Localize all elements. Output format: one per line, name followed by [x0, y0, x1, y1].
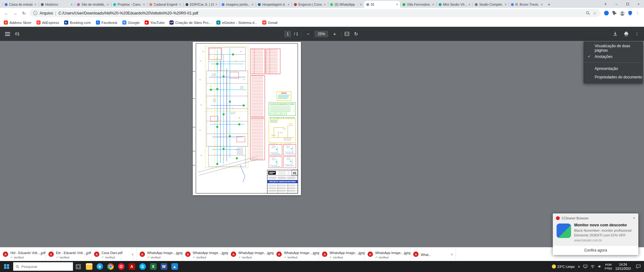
search-icon[interactable] — [586, 11, 590, 15]
browser-tab[interactable]: Caixa de entrad... × — [3, 1, 39, 8]
download-item[interactable]: A WhatsApp Image....jpeg ✓ Verified ∧ — [228, 247, 274, 261]
browser-tab[interactable]: Site de imobiliá... × — [75, 1, 111, 8]
download-menu-chevron[interactable]: ∧ — [86, 253, 88, 256]
tab-close-icon[interactable]: × — [143, 3, 145, 6]
pdf-sidebar-menu-icon[interactable] — [5, 32, 10, 36]
browser-tab[interactable]: (5) WhatsApp × — [328, 1, 364, 8]
browser-tab[interactable]: Cadaval Engenh... × — [147, 1, 183, 8]
taskbar-app-icon[interactable]: ▲ — [169, 261, 180, 272]
taskbar-app-icon[interactable] — [84, 261, 94, 272]
download-item[interactable]: A Hid - Eduardo Volt....pdf ✓ Verified ∧ — [0, 247, 46, 261]
browser-tab[interactable]: EDIFICar Jr. | 16... × — [183, 1, 219, 8]
download-menu-chevron[interactable]: ∧ — [177, 253, 179, 256]
zoom-in-button[interactable]: + — [331, 31, 338, 37]
pdf-more-options-icon[interactable]: ⋮ — [635, 31, 639, 36]
download-item[interactable]: A Casa Dani.pdf ✓ Verified ∧ — [91, 247, 137, 261]
browser-tab[interactable]: Studio Complet... × — [473, 1, 509, 8]
tab-close-icon[interactable]: × — [360, 3, 362, 6]
bookmark-star-icon[interactable]: ☆ — [593, 11, 597, 15]
taskbar-app-icon[interactable]: S — [137, 261, 148, 272]
download-menu-chevron[interactable]: ∧ — [131, 253, 134, 256]
browser-tab[interactable]: R. Bruno Trevis... × — [509, 1, 545, 8]
ad-cta-button[interactable]: Confira agora — [553, 245, 638, 255]
taskbar-app-icon[interactable]: A — [126, 261, 137, 272]
browser-tab[interactable]: Projetos - Canv... × — [111, 1, 147, 8]
tab-close-icon[interactable]: × — [541, 3, 543, 6]
reload-button[interactable]: ↻ — [21, 11, 27, 16]
volume-icon[interactable] — [598, 265, 602, 268]
menu-item[interactable]: Apresentação — [584, 64, 642, 73]
browser-tab[interactable]: Villa Ferroviário... × — [400, 1, 436, 8]
zoom-level-input[interactable]: 25% — [315, 31, 328, 37]
menu-item[interactable]: Propriedades do documento — [584, 73, 642, 81]
download-menu-chevron[interactable]: ∧ — [359, 253, 362, 256]
browser-tab[interactable]: imagens perito... × — [219, 1, 256, 8]
taskbar-app-icon[interactable] — [105, 261, 116, 272]
menu-item[interactable]: ✓ Anotações — [584, 52, 642, 61]
page-info-icon[interactable]: i — [33, 11, 37, 15]
start-button[interactable] — [0, 261, 13, 272]
tab-close-icon[interactable]: × — [71, 3, 73, 6]
download-item[interactable]: A WhatsApp Image....jpeg ✓ Verified ∧ — [137, 247, 182, 261]
browser-tab[interactable]: Mini Studio VII... × — [436, 1, 473, 8]
page-number-input[interactable]: 1 — [285, 31, 291, 37]
download-item[interactable]: A WhatsApp Image....jpeg ✓ Verified ∧ — [365, 247, 410, 261]
task-view-button[interactable] — [73, 261, 84, 272]
wifi-icon[interactable] — [591, 265, 595, 268]
bookmark-item[interactable]: e eGestor - Sistema d... — [216, 20, 257, 25]
address-bar[interactable]: i Arquivo | C:/Users/User/Downloads/Hid%… — [30, 9, 600, 17]
download-menu-chevron[interactable]: ∧ — [314, 253, 316, 256]
tab-close-icon[interactable]: × — [288, 3, 290, 6]
tab-close-icon[interactable]: × — [179, 3, 181, 6]
extension-icon[interactable] — [604, 11, 609, 15]
browser-tab[interactable]: Hospedagem d... × — [256, 1, 292, 8]
fit-to-page-button[interactable] — [345, 31, 349, 36]
minimize-button[interactable]: – — [611, 0, 622, 8]
tab-close-icon[interactable]: × — [107, 3, 109, 6]
back-button[interactable]: ← — [3, 11, 9, 16]
bookmark-item[interactable]: f Facebook — [96, 20, 118, 25]
tab-close-icon[interactable]: × — [324, 3, 326, 6]
tab-close-icon[interactable]: × — [432, 3, 434, 6]
download-menu-chevron[interactable]: ∧ — [268, 253, 270, 256]
weather-widget[interactable]: 23°C Limpo — [552, 264, 575, 269]
download-item[interactable]: A Ele - Eduardo Volt....pdf ✓ Verified ∧ — [46, 247, 91, 261]
clock[interactable]: 14:24 13/11/2023 — [615, 263, 631, 271]
browser-menu-icon[interactable]: ⋮ — [636, 11, 640, 15]
close-button[interactable]: × — [633, 0, 644, 8]
notification-close-icon[interactable]: × — [633, 216, 635, 220]
browser-tab[interactable]: Histórico × — [39, 1, 75, 8]
bookmark-item[interactable]: G Google — [122, 20, 140, 25]
tab-close-icon[interactable]: × — [505, 3, 507, 6]
download-item[interactable]: A WhatsApp Image....jpeg ✓ Verified ∧ — [274, 247, 319, 261]
bookmark-item[interactable]: B. Booking.com — [64, 20, 91, 25]
download-menu-chevron[interactable]: ∧ — [223, 253, 225, 256]
extensions-puzzle-icon[interactable] — [612, 11, 617, 15]
taskbar-search[interactable] — [13, 262, 73, 271]
bookmark-item[interactable]: M Gmail — [262, 20, 277, 25]
hidden-icons-chevron[interactable]: ∧ — [578, 265, 580, 268]
taskbar-app-icon[interactable]: O — [116, 261, 126, 272]
browser-tab[interactable]: Engecon | Cons... × — [292, 1, 328, 8]
tab-close-icon[interactable]: × — [35, 3, 36, 6]
rotate-button[interactable]: ↻ — [353, 31, 359, 37]
tab-close-icon[interactable]: × — [396, 3, 398, 6]
download-menu-chevron[interactable]: ∧ — [40, 253, 42, 256]
search-input[interactable] — [21, 265, 70, 269]
action-center-button[interactable] — [634, 264, 643, 269]
tab-close-icon[interactable]: × — [469, 3, 470, 6]
download-item[interactable]: A What... ∧ — [410, 247, 456, 261]
download-button[interactable] — [613, 31, 618, 36]
taskbar-app-icon[interactable]: W — [158, 261, 169, 272]
tab-search-button[interactable]: ∨ — [600, 0, 611, 8]
taskbar-app-icon[interactable]: X — [148, 261, 158, 272]
forward-button[interactable]: → — [12, 11, 18, 16]
menu-item[interactable]: Visualização de duas páginas — [584, 44, 642, 52]
bookmark-item[interactable]: UP Criação de Sites Pro... — [169, 20, 211, 25]
tab-close-icon[interactable]: × — [215, 3, 217, 6]
download-menu-chevron[interactable]: ∧ — [451, 253, 453, 256]
download-item[interactable]: A WhatsApp Image....jpeg ✓ Verified ∧ — [319, 247, 365, 261]
display-icon[interactable] — [583, 265, 587, 268]
shield-extension-icon[interactable] — [628, 11, 632, 15]
language-indicator[interactable]: POR PTB2 — [605, 263, 612, 270]
